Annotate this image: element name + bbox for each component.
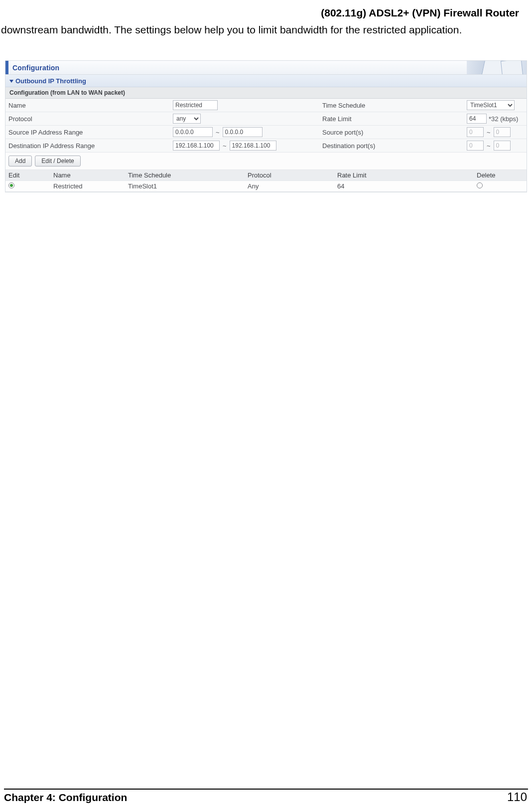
add-button[interactable]: Add — [8, 156, 32, 166]
range-separator: ~ — [486, 129, 492, 136]
collapse-icon — [9, 80, 13, 83]
label-name: Name — [5, 100, 170, 111]
source-port-from-input[interactable] — [467, 127, 484, 137]
source-port-to-input[interactable] — [494, 127, 511, 137]
protocol-select[interactable]: any — [173, 114, 201, 124]
intro-text: downstream bandwidth. The settings below… — [0, 23, 532, 36]
grid-cell-protocol: Any — [245, 181, 334, 191]
source-ip-from-input[interactable] — [173, 127, 213, 137]
page-number: 110 — [507, 790, 528, 804]
edit-delete-button[interactable]: Edit / Delete — [35, 156, 80, 166]
config-panel: Configuration Outbound IP Throttling Con… — [5, 60, 527, 192]
subsection-header: Configuration (from LAN to WAN packet) — [5, 87, 527, 99]
grid-header-time-schedule: Time Schedule — [125, 170, 245, 180]
grid-header-rate-limit: Rate Limit — [334, 170, 474, 180]
panel-header: Configuration — [5, 61, 527, 75]
edit-radio[interactable] — [8, 182, 14, 188]
source-ip-to-input[interactable] — [223, 127, 263, 137]
rate-limit-input[interactable] — [467, 114, 487, 124]
grid-header-name: Name — [50, 170, 125, 180]
label-source-ports: Source port(s) — [319, 127, 464, 138]
grid-row: Restricted TimeSlot1 Any 64 — [5, 181, 527, 192]
rate-limit-unit: *32 (kbps) — [489, 115, 518, 123]
label-protocol: Protocol — [5, 114, 170, 124]
grid-header-protocol: Protocol — [245, 170, 334, 180]
chapter-label: Chapter 4: Configuration — [4, 792, 127, 804]
grid-cell-name: Restricted — [50, 181, 125, 191]
panel-title: Configuration — [8, 61, 63, 74]
grid-header-edit: Edit — [5, 170, 50, 180]
section-header[interactable]: Outbound IP Throttling — [5, 75, 527, 87]
label-source-ip: Source IP Address Range — [5, 127, 170, 138]
section-title: Outbound IP Throttling — [15, 77, 86, 85]
grid-header: Edit Name Time Schedule Protocol Rate Li… — [5, 170, 527, 181]
label-time-schedule: Time Schedule — [319, 100, 464, 111]
destination-ip-from-input[interactable] — [173, 141, 220, 151]
destination-ip-to-input[interactable] — [230, 141, 276, 151]
form-row-destination: Destination IP Address Range ~ Destinati… — [5, 139, 527, 153]
name-input[interactable] — [173, 100, 218, 110]
header-decoration — [467, 61, 527, 74]
label-destination-ports: Destination port(s) — [319, 141, 464, 151]
label-destination-ip: Destination IP Address Range — [5, 141, 170, 151]
grid-cell-time-schedule: TimeSlot1 — [125, 181, 245, 191]
button-row: Add Edit / Delete — [5, 153, 527, 170]
form-row-source: Source IP Address Range ~ Source port(s)… — [5, 126, 527, 139]
range-separator: ~ — [222, 142, 228, 150]
range-separator: ~ — [215, 129, 221, 136]
form-row-name: Name Time Schedule TimeSlot1 — [5, 99, 527, 112]
grid-header-delete: Delete — [474, 170, 527, 180]
time-schedule-select[interactable]: TimeSlot1 — [467, 100, 515, 110]
destination-port-from-input[interactable] — [467, 141, 484, 151]
document-title: (802.11g) ADSL2+ (VPN) Firewall Router — [0, 5, 532, 23]
form-row-protocol: Protocol any Rate Limit *32 (kbps) — [5, 112, 527, 126]
grid-cell-rate-limit: 64 — [334, 181, 474, 191]
page-footer: Chapter 4: Configuration 110 — [0, 789, 532, 804]
range-separator: ~ — [486, 142, 492, 150]
destination-port-to-input[interactable] — [494, 141, 511, 151]
delete-radio[interactable] — [477, 182, 483, 188]
label-rate-limit: Rate Limit — [319, 114, 464, 124]
document-page: (802.11g) ADSL2+ (VPN) Firewall Router d… — [0, 0, 532, 812]
footer-rule — [4, 789, 528, 790]
